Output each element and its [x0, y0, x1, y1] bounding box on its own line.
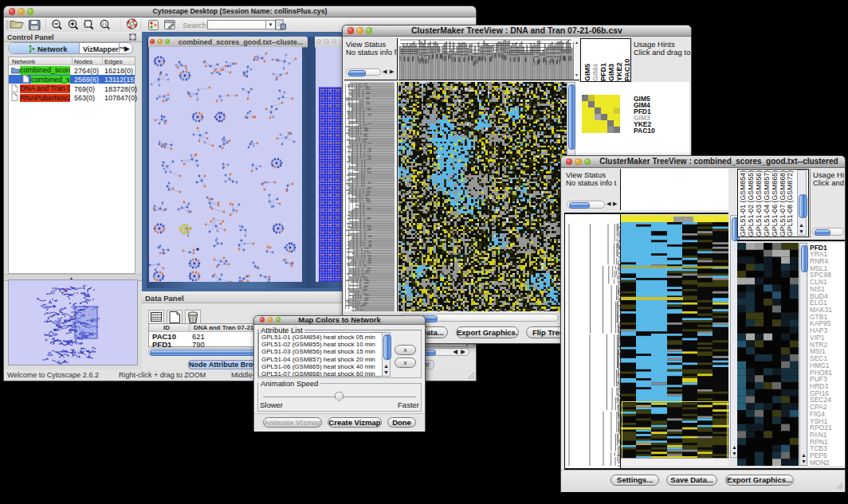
svg-text:1:1: 1:1: [102, 22, 108, 26]
